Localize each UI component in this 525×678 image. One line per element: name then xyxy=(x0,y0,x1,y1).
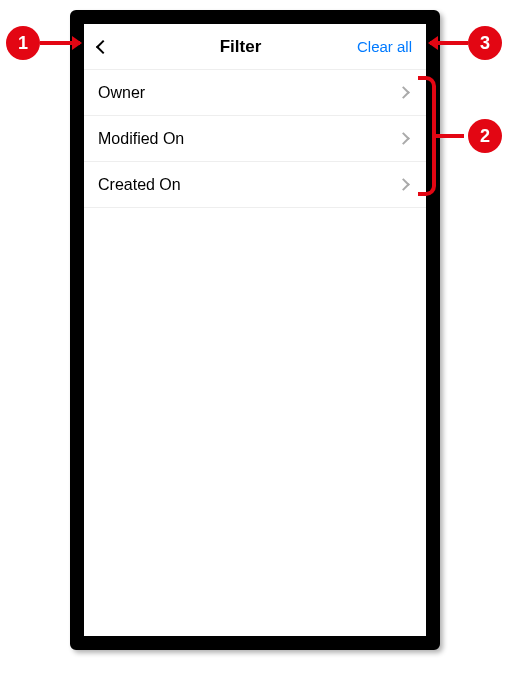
chevron-left-icon xyxy=(96,39,110,53)
header-bar: Filter Clear all xyxy=(84,24,426,70)
device-frame: Filter Clear all Owner Modified On Creat… xyxy=(70,10,440,650)
annotation-label: 3 xyxy=(480,33,490,54)
chevron-right-icon xyxy=(397,132,410,145)
filter-label: Modified On xyxy=(98,130,184,148)
annotation-arrow-1 xyxy=(40,41,80,45)
filter-row-created-on[interactable]: Created On xyxy=(84,162,426,208)
annotation-bracket-line-2 xyxy=(436,134,464,138)
annotation-marker-1: 1 xyxy=(6,26,40,60)
filter-list: Owner Modified On Created On xyxy=(84,70,426,208)
filter-label: Created On xyxy=(98,176,181,194)
chevron-right-icon xyxy=(397,86,410,99)
annotation-label: 2 xyxy=(480,126,490,147)
annotation-arrow-3 xyxy=(430,41,468,45)
annotation-marker-2: 2 xyxy=(468,119,502,153)
chevron-right-icon xyxy=(397,178,410,191)
annotation-marker-3: 3 xyxy=(468,26,502,60)
filter-row-owner[interactable]: Owner xyxy=(84,70,426,116)
annotation-label: 1 xyxy=(18,33,28,54)
clear-all-button[interactable]: Clear all xyxy=(357,38,416,55)
page-title: Filter xyxy=(124,37,357,57)
annotation-bracket-2 xyxy=(418,76,436,196)
filter-label: Owner xyxy=(98,84,145,102)
back-button[interactable] xyxy=(94,32,124,62)
filter-row-modified-on[interactable]: Modified On xyxy=(84,116,426,162)
